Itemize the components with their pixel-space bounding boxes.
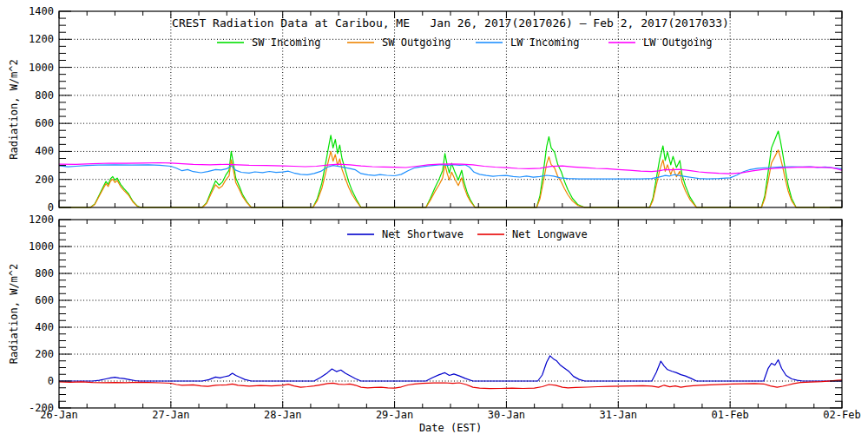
- y-axis-label: Radiation, W/m^2: [8, 264, 20, 365]
- x-axis-label: Date (EST): [419, 422, 482, 434]
- x-tick-label: 02-Feb: [823, 409, 860, 421]
- y-tick-label: 1000: [29, 62, 54, 74]
- y-tick-label: 400: [35, 145, 54, 157]
- y-tick-label: 600: [35, 294, 54, 306]
- x-tick-label: 30-Jan: [488, 409, 525, 421]
- y-tick-label: 0: [48, 201, 54, 214]
- legend-label-net-longwave: Net Longwave: [512, 228, 588, 240]
- y-tick-label: 1200: [29, 33, 54, 45]
- legend-label-sw-incoming: SW Incoming: [252, 36, 320, 49]
- plot-frame: [59, 220, 842, 408]
- x-tick-label: 01-Feb: [711, 409, 748, 421]
- legend: SW IncomingSW OutgoingLW IncomingLW Outg…: [217, 36, 712, 49]
- y-tick-label: 200: [35, 174, 54, 186]
- radiation-figure: 0200400600800100012001400Radiation, W/m^…: [0, 0, 868, 434]
- y-tick-label: 200: [35, 348, 54, 360]
- y-tick-label: 1400: [29, 5, 54, 17]
- axis-ticks: [59, 220, 842, 408]
- radiation-chart-svg: 0200400600800100012001400Radiation, W/m^…: [0, 0, 868, 434]
- y-tick-label: 1200: [29, 214, 54, 226]
- y-tick-label: 600: [35, 117, 54, 129]
- legend-label-lw-outgoing: LW Outgoing: [643, 36, 712, 49]
- gridlines: [59, 220, 842, 408]
- y-axis-label: Radiation, W/m^2: [8, 59, 20, 160]
- y-tick-label: 400: [35, 321, 54, 333]
- x-tick-label: 28-Jan: [264, 409, 301, 421]
- y-tick-label: 1000: [29, 240, 54, 253]
- y-tick-label: 800: [35, 89, 54, 102]
- x-tick-label: 31-Jan: [600, 409, 637, 421]
- x-tick-label: 26-Jan: [40, 409, 77, 421]
- legend: Net ShortwaveNet Longwave: [347, 228, 588, 240]
- net-radiation-panel: -200020040060080010001200Radiation, W/m^…: [8, 214, 861, 434]
- x-tick-label: 27-Jan: [152, 409, 189, 421]
- legend-label-sw-outgoing: SW Outgoing: [382, 36, 450, 49]
- chart-title: CREST Radiation Data at Caribou, ME Jan …: [172, 16, 729, 30]
- legend-label-net-shortwave: Net Shortwave: [382, 228, 464, 240]
- series-net-shortwave: [59, 356, 842, 381]
- series-sw-incoming: [59, 131, 842, 207]
- y-tick-label: 0: [48, 375, 54, 387]
- legend-label-lw-incoming: LW Incoming: [510, 36, 579, 49]
- y-tick-label: 800: [35, 267, 54, 279]
- radiation-components-panel: 0200400600800100012001400Radiation, W/m^…: [8, 5, 842, 214]
- x-tick-label: 29-Jan: [376, 409, 413, 421]
